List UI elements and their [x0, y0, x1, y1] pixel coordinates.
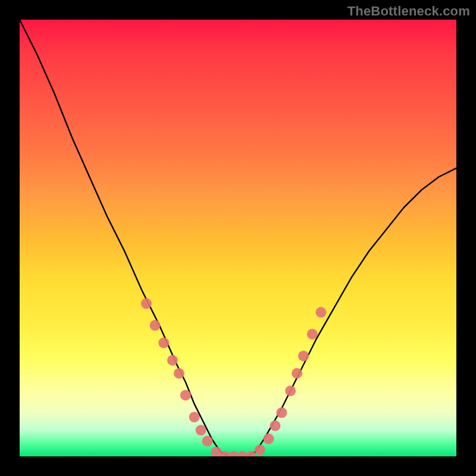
curve-marker [255, 444, 265, 455]
chart-frame: TheBottleneck.com [0, 0, 476, 476]
curve-marker [158, 337, 169, 348]
curve-markers [141, 298, 327, 456]
curve-marker [180, 390, 191, 400]
curve-marker [189, 412, 200, 422]
curve-marker [285, 386, 296, 396]
curve-marker [270, 421, 280, 431]
curve-marker [174, 368, 184, 379]
curve-marker [150, 320, 161, 331]
curve-marker [298, 350, 309, 361]
curve-marker [276, 408, 287, 418]
bottleneck-curve-svg [20, 20, 456, 456]
curve-marker [263, 434, 274, 444]
curve-marker [316, 307, 327, 318]
curve-marker [202, 436, 213, 446]
watermark-text: TheBottleneck.com [347, 4, 470, 19]
curve-marker [141, 298, 152, 309]
curve-marker [307, 329, 318, 340]
curve-marker [196, 425, 206, 436]
bottleneck-curve [20, 20, 456, 456]
curve-marker [167, 355, 178, 366]
plot-area [20, 20, 456, 456]
curve-marker [292, 368, 302, 379]
